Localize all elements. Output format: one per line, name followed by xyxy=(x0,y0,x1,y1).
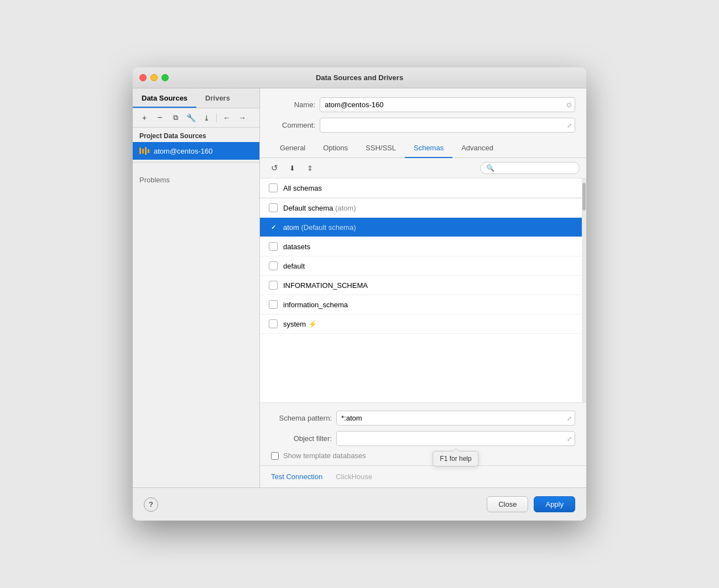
schema-item-atom[interactable]: atom (Default schema) xyxy=(260,218,586,237)
schema-checkbox-system[interactable] xyxy=(269,319,278,328)
object-filter-row: Object filter: ⤢ F1 for help xyxy=(271,431,575,446)
refresh-schemas-button[interactable]: ↺ xyxy=(267,161,282,175)
schema-pattern-label: Schema pattern: xyxy=(271,414,332,422)
back-button[interactable]: ← xyxy=(220,112,234,124)
schema-item-all[interactable]: All schemas xyxy=(260,179,586,198)
schema-panel: ↺ ⬇ ⇕ 🔍 xyxy=(260,158,586,487)
name-input[interactable] xyxy=(320,97,575,112)
sidebar-divider xyxy=(133,162,259,162)
tooltip-f1-help: F1 for help xyxy=(433,451,478,466)
schema-item-system[interactable]: system ⚡ xyxy=(260,314,586,334)
select-all-button[interactable]: ⬇ xyxy=(284,161,300,175)
sidebar-item-atom-centos[interactable]: atom@centos-160 xyxy=(133,142,259,160)
tab-data-sources[interactable]: Data Sources xyxy=(133,88,196,108)
schema-pattern-input-wrap: ⤢ xyxy=(336,411,575,426)
sidebar-tabs: Data Sources Drivers xyxy=(133,88,259,108)
schema-item-default-schema[interactable]: Default schema (atom) xyxy=(260,198,586,218)
maximize-button[interactable] xyxy=(161,74,169,81)
object-filter-input-wrap: ⤢ F1 for help xyxy=(336,431,575,446)
schema-pattern-row: Schema pattern: ⤢ xyxy=(271,411,575,426)
close-button[interactable]: Close xyxy=(487,496,528,512)
schema-name-default2: default xyxy=(283,262,305,270)
scrollbar-thumb[interactable] xyxy=(582,183,586,211)
schema-checkbox-information-schema-upper[interactable] xyxy=(269,281,278,290)
settings-button[interactable]: 🔧 xyxy=(184,112,198,124)
schema-pattern-input[interactable] xyxy=(336,411,575,426)
bottom-buttons: Close Apply xyxy=(487,496,575,512)
comment-input-wrap: ⤢ xyxy=(320,118,575,133)
schema-name-information-schema-lower: information_schema xyxy=(283,301,348,309)
sidebar-item-label: atom@centos-160 xyxy=(154,147,212,155)
schema-checkbox-datasets[interactable] xyxy=(269,242,278,251)
schema-checkbox-all[interactable] xyxy=(269,183,278,192)
show-template-label: Show template databases xyxy=(283,452,366,460)
schema-checkbox-default2[interactable] xyxy=(269,261,278,270)
forward-button[interactable]: → xyxy=(235,112,249,124)
bottom-fields: Schema pattern: ⤢ Object filter: ⤢ F1 xyxy=(260,403,586,465)
right-panel: Name: ⊙ Comment: ⤢ General xyxy=(260,88,586,487)
show-template-row: Show template databases xyxy=(271,452,575,460)
help-button[interactable]: ? xyxy=(144,497,158,512)
comment-expand-icon[interactable]: ⤢ xyxy=(567,122,572,129)
schema-name-information-schema-upper: INFORMATION_SCHEMA xyxy=(283,281,368,290)
schema-name-datasets: datasets xyxy=(283,243,310,251)
show-template-checkbox[interactable] xyxy=(271,452,279,460)
tab-ssh-ssl[interactable]: SSH/SSL xyxy=(357,138,405,158)
tab-options[interactable]: Options xyxy=(314,138,357,158)
import-button[interactable]: ⤓ xyxy=(199,112,213,124)
window-title: Data Sources and Drivers xyxy=(316,74,403,82)
name-row: Name: ⊙ xyxy=(271,97,575,112)
add-datasource-button[interactable]: + xyxy=(137,112,152,124)
close-button[interactable] xyxy=(139,74,147,81)
bottom-bar: ? Close Apply xyxy=(133,487,586,521)
schema-name-default: Default schema (atom) xyxy=(283,204,356,212)
test-connection-link[interactable]: Test Connection xyxy=(271,473,322,481)
project-data-sources-label: Project Data Sources xyxy=(133,128,259,142)
sidebar-toolbar: + − ⧉ 🔧 ⤓ ← → xyxy=(133,108,259,128)
main-window: Data Sources and Drivers Data Sources Dr… xyxy=(133,67,586,521)
comment-row: Comment: ⤢ xyxy=(271,118,575,133)
main-content: Data Sources Drivers + − ⧉ 🔧 xyxy=(133,88,586,487)
schema-list: All schemas Default schema (atom) atom (… xyxy=(260,179,586,403)
schema-name-atom: atom (Default schema) xyxy=(283,223,356,232)
schema-item-datasets[interactable]: datasets xyxy=(260,237,586,256)
schema-pattern-expand-icon[interactable]: ⤢ xyxy=(567,414,572,422)
tab-bar: General Options SSH/SSL Schemas Advanced xyxy=(260,138,586,158)
schema-name-system: system ⚡ xyxy=(283,320,317,328)
copy-datasource-button[interactable]: ⧉ xyxy=(168,112,183,124)
traffic-lights xyxy=(139,74,169,81)
minimize-button[interactable] xyxy=(150,74,158,81)
tab-drivers[interactable]: Drivers xyxy=(196,88,239,108)
search-icon: 🔍 xyxy=(486,164,494,172)
schema-checkbox-default[interactable] xyxy=(269,203,278,212)
comment-input[interactable] xyxy=(320,118,575,133)
sidebar: Data Sources Drivers + − ⧉ 🔧 xyxy=(133,88,260,487)
schema-checkbox-atom[interactable] xyxy=(269,223,278,232)
apply-button[interactable]: Apply xyxy=(534,496,575,512)
title-bar: Data Sources and Drivers xyxy=(133,67,586,88)
tab-schemas[interactable]: Schemas xyxy=(405,138,452,158)
tab-advanced[interactable]: Advanced xyxy=(452,138,502,158)
name-label: Name: xyxy=(271,101,315,109)
schema-name-all: All schemas xyxy=(283,184,322,192)
schema-checkbox-information-schema-lower[interactable] xyxy=(269,300,278,309)
schema-item-information-schema-lower[interactable]: information_schema xyxy=(260,295,586,314)
deselect-all-button[interactable]: ⇕ xyxy=(302,161,317,175)
object-filter-input[interactable] xyxy=(336,431,575,446)
tab-general[interactable]: General xyxy=(271,138,314,158)
clickhouse-link[interactable]: ClickHouse xyxy=(336,473,372,481)
schema-item-default[interactable]: default xyxy=(260,256,586,276)
schema-search-input[interactable] xyxy=(497,164,574,172)
schema-search-box[interactable]: 🔍 xyxy=(480,162,580,174)
remove-datasource-button[interactable]: − xyxy=(153,112,167,124)
datasource-icon xyxy=(139,146,149,156)
object-filter-label: Object filter: xyxy=(271,434,332,443)
object-filter-expand-icon[interactable]: ⤢ xyxy=(567,435,572,442)
form-area: Name: ⊙ Comment: ⤢ xyxy=(260,88,586,138)
schema-item-information-schema-upper[interactable]: INFORMATION_SCHEMA xyxy=(260,276,586,295)
name-input-wrap: ⊙ xyxy=(320,97,575,112)
footer-links: Test Connection ClickHouse xyxy=(260,465,586,487)
name-expand-icon[interactable]: ⊙ xyxy=(566,101,572,109)
problems-section: Problems xyxy=(133,165,259,195)
scrollbar-track[interactable] xyxy=(582,179,586,402)
